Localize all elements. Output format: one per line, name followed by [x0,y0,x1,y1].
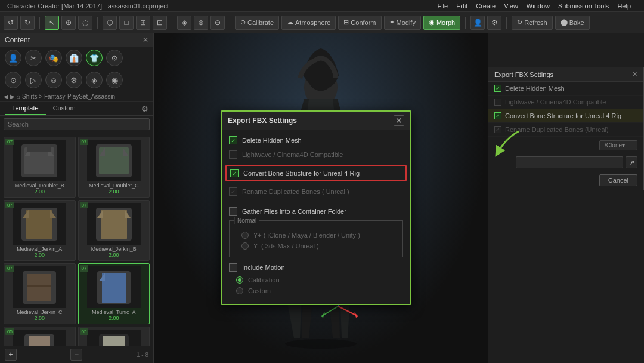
tool3[interactable]: ⬡ [103,16,117,30]
item-badge: 07 [5,139,14,145]
modify-btn[interactable]: ✦ Modify [384,16,421,30]
modal-header: Export FBX Settings ✕ [222,112,410,130]
icon-morph[interactable]: ◈ [86,72,103,88]
item-badge: 05 [5,328,14,335]
refresh-btn[interactable]: ↻ Refresh [512,16,553,30]
gather-files-checkbox[interactable] [229,207,237,216]
nav-fwd-icon[interactable]: ▶ [10,93,15,100]
avatar-btn[interactable]: 👤 [470,16,485,30]
list-item[interactable]: 07 Medieval_Jerkin_C 2.00 [4,263,76,324]
bake-btn[interactable]: ⬤ Bake [555,16,590,30]
bg-checkbox-rename: ✓ [494,126,501,133]
list-item[interactable]: 07 Medieval_Tunic_A 2.00 [78,263,150,324]
icon-tools2[interactable]: ⚙ [66,72,82,88]
lightwave-row: Lightwave / Cinema4D Compatible [229,150,403,159]
calibration-row: Calibration [229,276,403,284]
convert-bone-checkbox[interactable]: ✓ [230,169,239,177]
item-label: Medieval_Doublet_C [89,183,139,189]
atmosphere-btn[interactable]: ☁ Atmosphere [281,16,336,30]
include-motion-checkbox[interactable] [229,263,237,272]
normal-y-minus-label: Y- ( 3ds Max / Unreal ) [253,242,319,250]
lightwave-label: Lightwave / Cinema4D Compatible [242,151,343,158]
icon-accessories[interactable]: ⚙ [106,50,123,66]
tool9[interactable]: ⊖ [210,16,225,30]
menu-help[interactable]: Help [617,2,631,10]
normal-radio-y-plus[interactable] [242,232,249,239]
list-item[interactable]: 05 [78,327,150,346]
morph-btn[interactable]: ◉ Morph [423,16,460,30]
svg-rect-13 [102,273,126,303]
normal-option-2-row: Y- ( 3ds Max / Unreal ) [234,242,398,250]
item-label: Medieval_Doublet_B [15,183,64,189]
delete-hidden-checkbox[interactable]: ✓ [229,136,237,144]
calibration-radio[interactable] [236,276,243,284]
move-tool[interactable]: ⊕ [61,16,76,30]
conform-btn[interactable]: ⊞ Conform [338,16,381,30]
icon-material[interactable]: ◉ [106,72,123,88]
bg-modal-row: ✓ Rename Duplicated Bones (Unreal) [488,123,643,137]
icon-pose[interactable]: ⊙ [5,72,21,88]
menu-file[interactable]: File [437,2,448,10]
settings-btn[interactable]: ⚙ [487,16,501,30]
custom-row: Custom [229,287,403,294]
list-item[interactable]: 07 Medieval_Jerkin_B 2.00 [78,200,150,261]
breadcrumb-text: Shirts > Fantasy-PlaySet_Assassin [22,93,115,100]
undo-btn[interactable]: ↺ [4,16,18,30]
icon-motion[interactable]: ▷ [25,72,42,88]
tool5[interactable]: ⊞ [136,16,150,30]
modal-close-button[interactable]: ✕ [394,115,404,126]
add-btn[interactable]: + [5,349,17,361]
modal-title: Export FBX Settings [228,116,297,125]
list-item[interactable]: 05 [4,327,76,346]
custom-label: Custom [248,287,271,294]
list-item[interactable]: 07 Medieval_Doublet_C 2.00 [78,137,150,198]
item-image [87,266,141,308]
window-title: Character Creator [Mar 14 2017] - assass… [7,2,169,10]
redo-btn[interactable]: ↻ [20,16,35,30]
custom-radio[interactable] [236,287,243,294]
tool6[interactable]: ⊡ [153,16,167,30]
icon-expression[interactable]: ☺ [45,72,62,88]
menu-create[interactable]: Create [476,2,496,10]
normal-radio-y-minus[interactable] [242,242,249,250]
remove-btn[interactable]: − [70,349,82,361]
list-item[interactable]: 07 Medieval_Doublet_B 2.00 [4,137,76,198]
tool7[interactable]: ◈ [177,16,191,30]
item-image [87,140,141,182]
item-image [13,203,66,245]
item-badge: 07 [5,265,14,272]
tab-template[interactable]: Template [5,102,46,115]
menu-bar: Character Creator [Mar 14 2017] - assass… [0,0,644,12]
list-item[interactable]: 07 Medieval_Jerkin_A 2.00 [4,200,76,261]
item-label: Medieval_Jerkin_B [91,246,137,252]
menu-window[interactable]: Window [527,2,550,10]
normal-y-plus-label: Y+ ( iClone / Maya / Blender / Unity ) [253,232,360,239]
delete-hidden-label: Delete Hidden Mesh [242,137,302,144]
menu-submission-tools[interactable]: Submission Tools [558,2,609,10]
sep1 [39,17,40,29]
rotate-tool[interactable]: ◌ [78,16,92,30]
search-input[interactable] [4,118,150,130]
home-icon[interactable]: ⌂ [17,93,20,100]
icon-shirt[interactable]: 👕 [86,50,103,66]
icon-hair[interactable]: 🎭 [45,50,62,66]
tab-settings-icon[interactable]: ⚙ [141,104,148,113]
calibrate-btn[interactable]: ⊙ Calibrate [235,16,279,30]
bg-checkbox-delete: ✓ [494,85,501,92]
select-tool[interactable]: ↖ [45,16,59,30]
menu-edit[interactable]: Edit [456,2,467,10]
tool8[interactable]: ⊛ [194,16,208,30]
tool4[interactable]: □ [119,16,134,30]
icon-body[interactable]: 👤 [5,50,21,66]
tab-custom[interactable]: Custom [46,102,83,115]
nav-back-icon[interactable]: ◀ [4,93,8,100]
rename-bones-checkbox[interactable]: ✓ [229,187,237,196]
icon-clothes[interactable]: 👔 [66,50,82,66]
item-image [87,330,141,346]
menu-view[interactable]: View [504,2,518,10]
icon-customize[interactable]: ✂ [25,50,42,66]
lightwave-checkbox[interactable] [229,150,237,159]
panel-collapse-icon[interactable]: ✕ [143,36,148,44]
normal-section-header: Normal [234,216,398,228]
icon-row-1: 👤 ✂ 🎭 👔 👕 ⚙ [0,47,153,69]
